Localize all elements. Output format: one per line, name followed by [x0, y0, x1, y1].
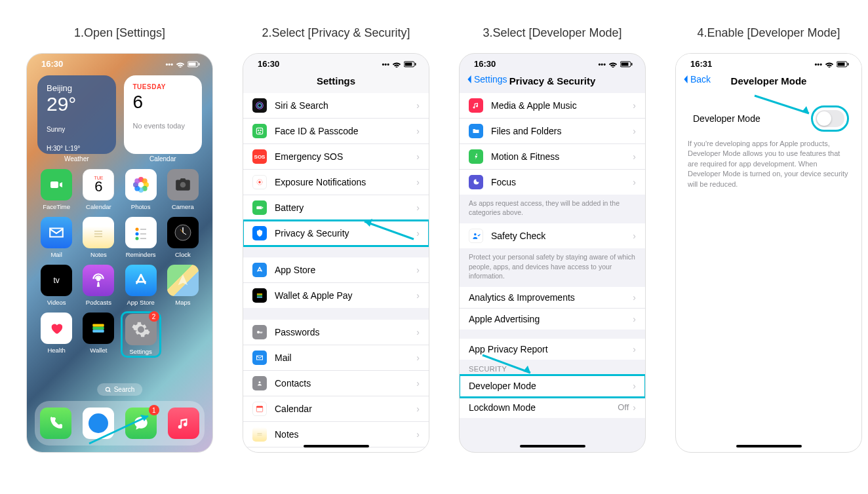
row-wallet[interactable]: Wallet & Apple Pay›	[243, 283, 429, 308]
row-faceid[interactable]: Face ID & Passcode›	[243, 119, 429, 144]
svg-rect-3	[50, 181, 58, 188]
app-facetime[interactable]: FaceTime	[37, 169, 75, 210]
row-analytics[interactable]: Analytics & Improvements›	[460, 287, 645, 309]
row-lockdown[interactable]: Lockdown ModeOff›	[460, 397, 645, 418]
dock-phone[interactable]	[40, 408, 71, 439]
svg-rect-45	[262, 207, 263, 208]
search-pill[interactable]: Search	[97, 383, 143, 396]
svg-point-41	[260, 130, 261, 130]
row-privacy-report[interactable]: App Privacy Report›	[460, 339, 645, 360]
svg-point-32	[89, 413, 108, 433]
home-screen: 16:30 ••• Beijing 29° Sunny H:30° L:19°	[27, 54, 212, 452]
step-1-label: 1.Open [Settings]	[74, 26, 165, 40]
home-indicator-2	[304, 445, 369, 447]
svg-point-12	[180, 182, 186, 188]
svg-rect-39	[256, 128, 262, 134]
calendar-widget[interactable]: TUESDAY 6 No events today	[124, 75, 203, 154]
dock-messages[interactable]: 1	[125, 408, 157, 439]
navbar-3: Settings Privacy & Security	[460, 71, 645, 93]
app-mail[interactable]: Mail	[37, 217, 75, 258]
app-calendar[interactable]: TUE6Calendar	[79, 169, 117, 210]
row-battery[interactable]: Battery›	[243, 195, 429, 221]
row-focus[interactable]: Focus›	[460, 170, 645, 195]
svg-rect-47	[257, 295, 262, 296]
tutorial-container: 1.Open [Settings] 16:30 ••• Beijing 29° …	[0, 0, 868, 453]
dock-safari[interactable]	[83, 408, 114, 439]
row-exposure[interactable]: Exposure Notifications›	[243, 170, 429, 195]
dock: 1	[35, 401, 205, 446]
calendar-widget-label: Calendar	[124, 155, 203, 162]
svg-rect-48	[257, 297, 262, 298]
app-health[interactable]: Health	[37, 313, 75, 356]
app-appstore[interactable]: App Store	[122, 265, 160, 306]
settings-list-2: App Store› Wallet & Apple Pay›	[243, 257, 429, 308]
row-media[interactable]: Media & Apple Music›	[460, 93, 645, 119]
settings-list-3: Passwords› Mail› Contacts› Calendar› Not…	[243, 320, 429, 453]
status-icons-1: •••	[165, 60, 201, 68]
back-4[interactable]: Back	[682, 74, 711, 85]
row-sos[interactable]: SOSEmergency SOS›	[243, 144, 429, 170]
back-3[interactable]: Settings	[466, 74, 507, 85]
privacy-g2: Safety Check›	[460, 223, 645, 248]
phone-1: 16:30 ••• Beijing 29° Sunny H:30° L:19°	[26, 53, 213, 453]
weather-widget[interactable]: Beijing 29° Sunny H:30° L:19°	[37, 75, 116, 154]
home-indicator-4	[736, 445, 802, 447]
row-calendar[interactable]: Calendar›	[243, 396, 429, 422]
svg-rect-46	[257, 294, 262, 295]
widgets: Beijing 29° Sunny H:30° L:19° TUESDAY 6 …	[27, 75, 212, 154]
navbar-2: Settings	[243, 71, 429, 93]
app-photos[interactable]: Photos	[122, 169, 160, 210]
svg-rect-53	[256, 406, 262, 408]
row-files[interactable]: Files and Folders›	[460, 119, 645, 144]
devmode-toggle[interactable]	[816, 110, 844, 127]
row-contacts[interactable]: Contacts›	[243, 371, 429, 396]
messages-badge: 1	[149, 405, 159, 415]
svg-point-26	[97, 278, 100, 280]
note-1: As apps request access, they will be add…	[460, 195, 645, 223]
app-notes[interactable]: Notes	[79, 217, 117, 258]
row-appstore[interactable]: App Store›	[243, 257, 429, 283]
status-icons-3: •••	[598, 60, 633, 68]
app-podcasts[interactable]: Podcasts	[79, 265, 117, 306]
row-siri[interactable]: Siri & Search›	[243, 93, 429, 119]
app-maps[interactable]: Maps	[164, 265, 202, 306]
svg-point-49	[257, 331, 260, 333]
privacy-g3: Analytics & Improvements› Apple Advertis…	[460, 287, 645, 330]
app-grid: FaceTime TUE6Calendar Photos Camera Mail…	[27, 166, 212, 356]
svg-rect-36	[415, 63, 416, 66]
navbar-4: Back Developer Mode	[676, 71, 861, 93]
privacy-g1: Media & Apple Music› Files and Folders› …	[460, 93, 645, 195]
svg-rect-44	[256, 206, 262, 210]
svg-rect-27	[93, 324, 104, 327]
privacy-g5: Developer Mode› Lockdown ModeOff›	[460, 375, 645, 418]
app-settings[interactable]: 2Settings	[122, 313, 160, 356]
row-motion[interactable]: Motion & Fitness›	[460, 144, 645, 170]
row-developer-mode[interactable]: Developer Mode›	[460, 375, 645, 397]
phone-2: 16:30 ••• Settings Siri & Search› Face I…	[243, 53, 429, 453]
settings-list-1: Siri & Search› Face ID & Passcode› SOSEm…	[243, 93, 429, 246]
row-mail[interactable]: Mail›	[243, 345, 429, 371]
time-2: 16:30	[258, 59, 279, 69]
app-wallet[interactable]: Wallet	[79, 313, 117, 356]
app-camera[interactable]: Camera	[164, 169, 202, 210]
app-videos[interactable]: tvVideos	[37, 265, 75, 306]
row-safety[interactable]: Safety Check›	[460, 223, 645, 248]
svg-point-42	[258, 181, 261, 183]
row-advertising[interactable]: Apple Advertising›	[460, 309, 645, 330]
svg-point-37	[256, 102, 264, 109]
note-2: Protect your personal safety by staying …	[460, 248, 645, 287]
svg-rect-29	[93, 330, 104, 332]
phone-3: 16:30 ••• Settings Privacy & Security Me…	[459, 53, 646, 453]
app-reminders[interactable]: Reminders	[122, 217, 160, 258]
row-notes[interactable]: Notes›	[243, 422, 429, 447]
row-passwords[interactable]: Passwords›	[243, 320, 429, 345]
dock-music[interactable]	[168, 408, 199, 439]
weather-temp: 29°	[47, 94, 107, 114]
step-3-label: 3.Select [Developer Mode]	[483, 26, 621, 40]
svg-rect-68	[838, 62, 845, 66]
settings-badge: 2	[149, 311, 159, 322]
app-clock[interactable]: Clock	[164, 217, 202, 258]
settings-title: Settings	[251, 75, 421, 86]
row-privacy-security[interactable]: Privacy & Security›	[243, 221, 429, 246]
row-reminders[interactable]: Reminders›	[243, 447, 429, 453]
